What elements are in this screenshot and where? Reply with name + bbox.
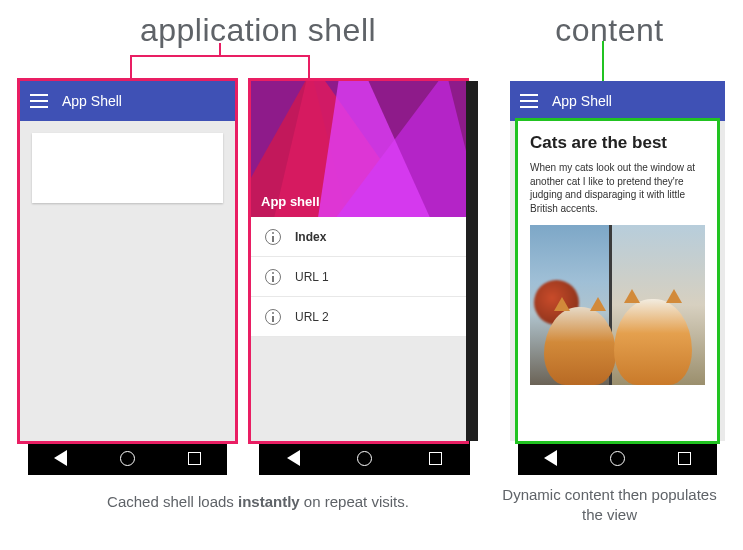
hero-banner: App shell (251, 81, 466, 217)
list-item-url2[interactable]: URL 2 (251, 297, 466, 337)
list-item-url1[interactable]: URL 1 (251, 257, 466, 297)
phones-row: App Shell App shell (0, 81, 743, 475)
info-icon (265, 309, 281, 325)
list-item-index[interactable]: Index (251, 217, 466, 257)
article-photo (530, 225, 705, 385)
article-title: Cats are the best (530, 133, 705, 153)
hamburger-icon[interactable] (30, 94, 48, 108)
label-content: content (496, 12, 723, 49)
label-application-shell: application shell (20, 12, 496, 49)
appbar: App Shell (510, 81, 725, 121)
appbar-title: App Shell (62, 93, 122, 109)
content-card: Cats are the best When my cats look out … (518, 121, 717, 441)
nav-recent-icon[interactable] (429, 452, 442, 465)
diagram-labels: application shell content (0, 0, 743, 55)
hamburger-icon[interactable] (520, 94, 538, 108)
empty-card (32, 133, 223, 203)
nav-home-icon[interactable] (610, 451, 625, 466)
nav-list: Index URL 1 URL 2 (251, 217, 466, 337)
android-navbar (518, 441, 717, 475)
info-icon (265, 269, 281, 285)
caption-shell: Cached shell loads instantly on repeat v… (20, 485, 496, 526)
nav-recent-icon[interactable] (188, 452, 201, 465)
connector-shell (130, 55, 310, 81)
caption-content: Dynamic content then populates the view (496, 485, 723, 526)
captions: Cached shell loads instantly on repeat v… (0, 475, 743, 526)
nav-back-icon[interactable] (544, 450, 557, 466)
phone-shell-list: App shell Index URL 1 URL 2 (251, 81, 478, 475)
nav-recent-icon[interactable] (678, 452, 691, 465)
nav-back-icon[interactable] (287, 450, 300, 466)
list-item-label: URL 2 (295, 310, 329, 324)
android-navbar (259, 441, 470, 475)
connector-lines (0, 55, 743, 81)
nav-home-icon[interactable] (357, 451, 372, 466)
connector-content (602, 41, 604, 81)
info-icon (265, 229, 281, 245)
list-item-label: URL 1 (295, 270, 329, 284)
appbar: App Shell (20, 81, 235, 121)
hero-title: App shell (261, 194, 320, 209)
list-item-label: Index (295, 230, 326, 244)
nav-home-icon[interactable] (120, 451, 135, 466)
phone-content: App Shell Cats are the best When my cats… (510, 81, 725, 475)
shell-body (20, 121, 235, 441)
appbar-title: App Shell (552, 93, 612, 109)
phone-shell-empty: App Shell (20, 81, 235, 475)
article-body: When my cats look out the window at anot… (530, 161, 705, 215)
android-navbar (28, 441, 227, 475)
nav-back-icon[interactable] (54, 450, 67, 466)
